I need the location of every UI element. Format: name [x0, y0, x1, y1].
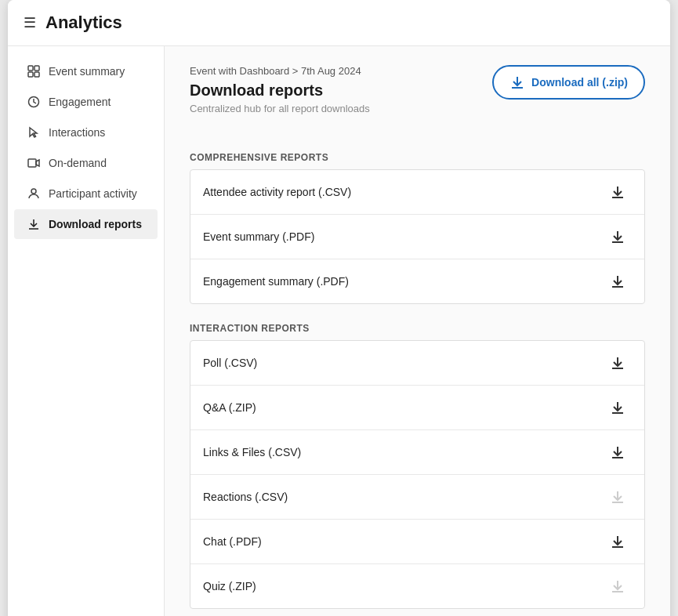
download-icon	[610, 400, 625, 415]
hamburger-icon[interactable]: ☰	[24, 14, 36, 31]
table-row: Q&A (.ZIP)	[190, 386, 644, 430]
table-row: Links & Files (.CSV)	[190, 430, 644, 475]
sidebar-label-download-reports: Download reports	[49, 218, 142, 230]
table-row: Chat (.PDF)	[190, 520, 644, 564]
report-name-poll: Poll (.CSV)	[203, 357, 604, 369]
sidebar-label-interactions: Interactions	[49, 126, 105, 139]
app-window: ☰ Analytics Event summary	[8, 0, 670, 616]
table-row: Quiz (.ZIP)	[190, 564, 644, 608]
section-comprehensive: COMPREHENSIVE REPORTSAttendee activity r…	[190, 152, 645, 304]
section-label-interaction: INTERACTION REPORTS	[190, 323, 645, 334]
app-title: Analytics	[45, 13, 122, 33]
sidebar-item-download-reports[interactable]: Download reports	[14, 209, 158, 239]
report-table-comprehensive: Attendee activity report (.CSV) Event su…	[190, 169, 645, 304]
download-icon	[610, 274, 625, 289]
table-row: Engagement summary (.PDF)	[190, 259, 644, 303]
sidebar-label-participant-activity: Participant activity	[49, 187, 137, 200]
download-all-icon	[509, 74, 525, 90]
breadcrumb: Event with Dashboard > 7th Aug 2024	[190, 65, 370, 77]
page-title: Download reports	[190, 82, 370, 100]
download-icon	[610, 444, 625, 460]
table-row: Attendee activity report (.CSV)	[190, 170, 644, 215]
report-name-links-files: Links & Files (.CSV)	[203, 446, 604, 458]
download-all-label: Download all (.zip)	[531, 76, 628, 89]
sidebar-label-on-demand: On-demand	[49, 157, 107, 169]
download-all-button[interactable]: Download all (.zip)	[492, 65, 645, 100]
page-subtitle: Centralized hub for all report downloads	[190, 103, 370, 114]
svg-rect-5	[28, 159, 36, 167]
video-icon	[27, 156, 41, 170]
report-table-interaction: Poll (.CSV) Q&A (.ZIP) Links & Files (.C…	[190, 340, 645, 609]
section-interaction: INTERACTION REPORTSPoll (.CSV) Q&A (.ZIP…	[190, 323, 645, 609]
download-icon	[610, 184, 625, 200]
report-name-chat: Chat (.PDF)	[203, 535, 604, 548]
report-name-qna: Q&A (.ZIP)	[203, 401, 604, 414]
sidebar-item-participant-activity[interactable]: Participant activity	[14, 179, 158, 208]
report-name-engagement-summary: Engagement summary (.PDF)	[203, 275, 604, 288]
main-content: Event with Dashboard > 7th Aug 2024 Down…	[165, 46, 670, 616]
page-header-left: Event with Dashboard > 7th Aug 2024 Down…	[190, 65, 370, 133]
download-icon	[610, 534, 625, 549]
download-btn-quiz	[604, 575, 632, 597]
cursor-icon	[27, 125, 41, 140]
download-btn-links-files[interactable]	[604, 441, 632, 463]
download-icon	[610, 578, 625, 594]
report-name-attendee-activity: Attendee activity report (.CSV)	[203, 186, 604, 198]
content-area: Event summary Engagement	[8, 46, 670, 616]
page-header-row: Event with Dashboard > 7th Aug 2024 Down…	[190, 65, 645, 133]
sidebar-label-engagement: Engagement	[49, 96, 111, 108]
sidebar-label-event-summary: Event summary	[49, 65, 125, 78]
section-label-comprehensive: COMPREHENSIVE REPORTS	[190, 152, 645, 163]
report-name-quiz: Quiz (.ZIP)	[203, 580, 604, 592]
svg-rect-1	[34, 66, 39, 71]
report-name-reactions: Reactions (.CSV)	[203, 491, 604, 503]
download-btn-reactions	[604, 486, 632, 508]
download-btn-event-summary[interactable]	[604, 226, 632, 248]
svg-point-6	[31, 189, 36, 194]
app-header: ☰ Analytics	[8, 0, 670, 46]
download-btn-engagement-summary[interactable]	[604, 270, 632, 292]
sidebar-item-interactions[interactable]: Interactions	[14, 118, 158, 147]
table-row: Event summary (.PDF)	[190, 215, 644, 259]
download-btn-chat[interactable]	[604, 531, 632, 553]
download-icon	[610, 489, 625, 505]
grid-icon	[27, 64, 41, 78]
clock-icon	[27, 95, 41, 109]
sidebar-item-engagement[interactable]: Engagement	[14, 87, 158, 117]
sidebar: Event summary Engagement	[8, 46, 165, 616]
person-icon	[27, 187, 41, 201]
table-row: Poll (.CSV)	[190, 341, 644, 386]
download-icon	[610, 355, 625, 371]
report-name-event-summary: Event summary (.PDF)	[203, 230, 604, 243]
sections-container: COMPREHENSIVE REPORTSAttendee activity r…	[190, 152, 645, 616]
download-btn-attendee-activity[interactable]	[604, 181, 632, 203]
download-icon	[610, 229, 625, 245]
sidebar-item-event-summary[interactable]: Event summary	[14, 56, 158, 86]
table-row: Reactions (.CSV)	[190, 475, 644, 520]
sidebar-item-on-demand[interactable]: On-demand	[14, 148, 158, 178]
svg-rect-0	[28, 66, 33, 71]
download-btn-poll[interactable]	[604, 352, 632, 374]
download-sidebar-icon	[27, 217, 41, 231]
svg-rect-3	[34, 72, 39, 77]
download-btn-qna[interactable]	[604, 397, 632, 419]
svg-rect-2	[28, 72, 33, 77]
